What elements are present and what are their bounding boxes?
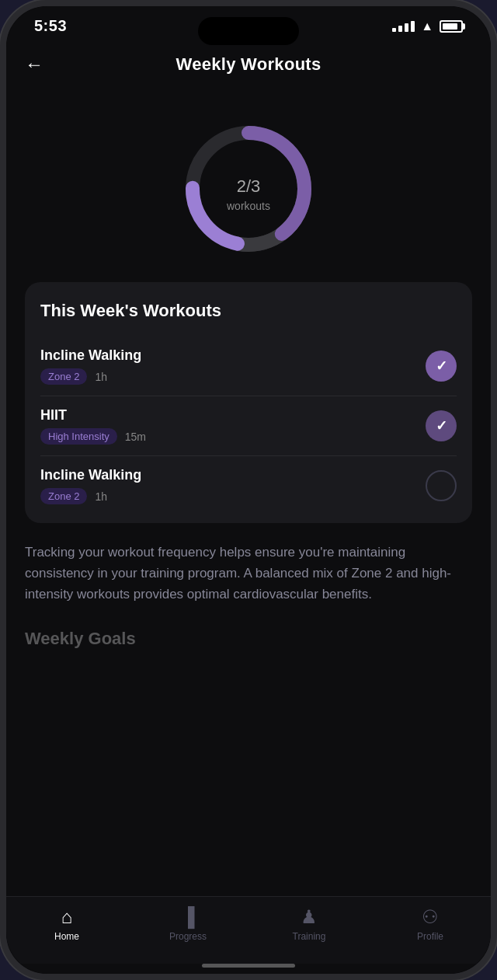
workout-meta: High Intensity 15m: [40, 428, 426, 445]
workout-duration: 1h: [95, 371, 107, 383]
workout-name: Incline Walking: [40, 467, 426, 483]
nav-item-progress[interactable]: ▐ Progress: [127, 906, 248, 942]
workout-info: HIIT High Intensity 15m: [40, 407, 426, 445]
ring-container: 2/3 workouts: [179, 119, 318, 259]
workout-item[interactable]: HIIT High Intensity 15m ✓: [40, 396, 457, 456]
check-circle-completed-light[interactable]: ✓: [426, 410, 457, 441]
nav-item-profile[interactable]: ⚇ Profile: [370, 906, 491, 942]
status-time: 5:53: [34, 17, 67, 35]
check-circle-completed[interactable]: ✓: [426, 350, 457, 382]
ring-label: workouts: [227, 200, 270, 212]
card-title: This Week's Workouts: [40, 301, 457, 321]
check-icon: ✓: [436, 357, 447, 375]
zone-badge: Zone 2: [40, 488, 87, 504]
phone-frame: 5:53 ▲ ← Weekly Workouts: [0, 0, 497, 980]
workouts-card: This Week's Workouts Incline Walking Zon…: [25, 282, 472, 523]
phone-inner: 5:53 ▲ ← Weekly Workouts: [6, 6, 491, 974]
nav-label-profile: Profile: [417, 931, 443, 942]
wifi-icon: ▲: [421, 19, 433, 33]
home-icon: ⌂: [61, 906, 73, 928]
workout-meta: Zone 2 1h: [40, 488, 426, 504]
workout-info: Incline Walking Zone 2 1h: [40, 347, 426, 385]
nav-label-training: Training: [293, 931, 326, 942]
page-title: Weekly Workouts: [176, 54, 321, 75]
nav-label-progress: Progress: [169, 931, 207, 942]
progress-icon: ▐: [181, 906, 194, 928]
battery-icon: [440, 20, 463, 33]
ring-section: 2/3 workouts: [6, 88, 491, 282]
zone-badge: High Intensity: [40, 428, 117, 445]
status-icons: ▲: [392, 19, 463, 33]
workout-duration: 1h: [95, 490, 107, 503]
weekly-goals-peek: Weekly Goals: [25, 629, 472, 649]
scroll-content: 2/3 workouts This Week's Workouts Inclin…: [6, 88, 491, 896]
signal-icon: [392, 21, 415, 32]
home-indicator: [202, 964, 295, 968]
zone-badge: Zone 2: [40, 368, 87, 385]
ring-number: 2/3: [227, 166, 270, 197]
description-text: Tracking your workout frequency helps en…: [25, 542, 472, 605]
header: ← Weekly Workouts: [6, 41, 491, 88]
nav-item-training[interactable]: ♟ Training: [248, 906, 370, 942]
nav-item-home[interactable]: ⌂ Home: [6, 906, 127, 942]
bottom-nav: ⌂ Home ▐ Progress ♟ Training ⚇ Profile: [6, 896, 491, 964]
workout-name: Incline Walking: [40, 347, 426, 364]
back-button[interactable]: ←: [25, 54, 43, 75]
profile-icon: ⚇: [422, 906, 439, 928]
ring-total: /3: [246, 176, 260, 196]
workout-duration: 15m: [125, 431, 146, 443]
ring-current: 2: [237, 176, 246, 196]
ring-center: 2/3 workouts: [227, 166, 270, 212]
workout-meta: Zone 2 1h: [40, 368, 426, 385]
check-icon: ✓: [436, 417, 447, 434]
workout-item[interactable]: Incline Walking Zone 2 1h ✓: [40, 337, 457, 396]
nav-label-home: Home: [54, 931, 79, 942]
training-icon: ♟: [301, 906, 318, 928]
workout-info: Incline Walking Zone 2 1h: [40, 467, 426, 504]
workout-item[interactable]: Incline Walking Zone 2 1h: [40, 456, 457, 504]
workout-name: HIIT: [40, 407, 426, 424]
check-circle-uncompleted[interactable]: [426, 470, 457, 501]
dynamic-island: [198, 17, 299, 45]
